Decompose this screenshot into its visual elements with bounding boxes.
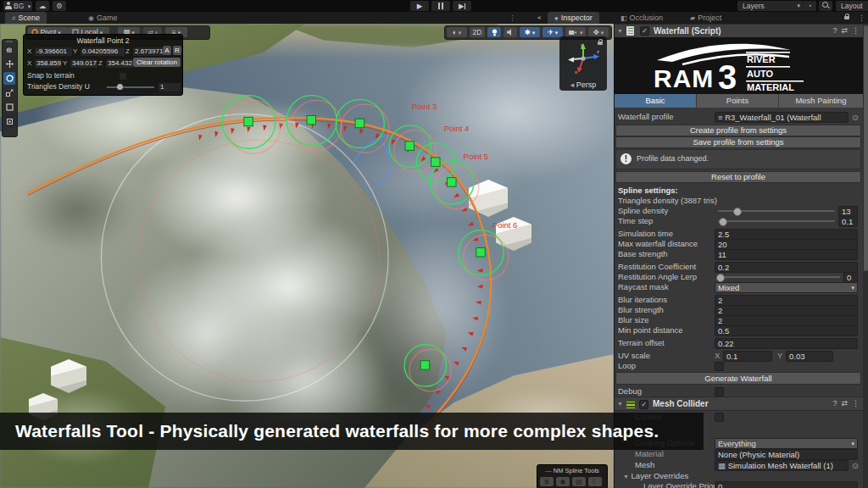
waterfall-profile-field[interactable]: ≡ R3_Waterfall_01 (Waterfall Profile) <box>715 112 849 123</box>
mesh-collider-header[interactable]: ▼ ✓ Mesh Collider ?⇄⋮ <box>615 396 868 411</box>
object-picker-icon[interactable]: ⊙ <box>852 113 859 123</box>
preset-icon: ⇄ <box>841 26 852 35</box>
enabled-checkbox[interactable]: ✓ <box>639 400 648 409</box>
tab-inspector[interactable]: ●Inspector <box>548 12 599 24</box>
waterfall-component-header[interactable]: ▼ ✓ Waterfall (Script) ?⇄⋮ <box>615 24 868 38</box>
layer-override-priority-field[interactable]: 0 <box>715 481 858 488</box>
history-button[interactable]: ◔ <box>803 1 816 11</box>
align-button[interactable]: A <box>163 46 171 55</box>
tab-points[interactable]: Points <box>697 94 778 108</box>
triangles-density-value[interactable]: 1 <box>158 82 181 92</box>
tab-scroll-left-icon[interactable]: ◄ <box>529 12 548 24</box>
layers-dropdown[interactable]: Layers ▾ <box>737 1 804 11</box>
scale-tool[interactable] <box>3 86 15 99</box>
move-tool[interactable] <box>3 58 15 70</box>
position-x-field[interactable]: -9.396601 <box>34 47 73 57</box>
search-icon <box>822 2 830 9</box>
tab-scene[interactable]: #Scene <box>5 12 47 24</box>
svg-text:AUTO: AUTO <box>747 69 773 79</box>
drag-handle[interactable] <box>6 41 13 42</box>
hand-tool[interactable] <box>3 43 15 56</box>
header-icons[interactable]: ?⇄⋮ <box>832 25 864 37</box>
rect-tool[interactable] <box>3 101 15 114</box>
save-profile-button[interactable]: Save profile from settings <box>615 136 861 148</box>
rotation-z-field[interactable]: 354.432 <box>105 58 134 69</box>
visibility-tool-button[interactable]: ◉ <box>556 477 570 486</box>
triangles-density-slider[interactable] <box>107 86 154 88</box>
cooking-options-dropdown[interactable]: Everything ▾ <box>715 438 858 449</box>
tab-game[interactable]: ◉Game <box>81 12 125 24</box>
time-step-slider[interactable] <box>718 220 835 222</box>
search-button[interactable] <box>819 1 832 11</box>
time-step-value[interactable]: 0.1 <box>838 216 858 227</box>
component-title: Waterfall (Script) <box>654 25 721 37</box>
kebab-icon: ⋮ <box>852 26 864 35</box>
raycast-mask-dropdown[interactable]: Mixed ▾ <box>715 282 858 293</box>
position-z-field[interactable]: 2.673971 <box>132 47 164 57</box>
spline-tool-button[interactable]: S <box>540 477 554 486</box>
rotate-tool[interactable] <box>3 72 15 85</box>
export-tool-button[interactable]: ▤ <box>572 477 586 486</box>
spline-density-slider[interactable] <box>718 210 835 212</box>
position-y-field[interactable]: 0.04205596 <box>80 47 125 57</box>
effects-dropdown[interactable]: ✱▾ <box>520 27 540 37</box>
generate-waterfall-button[interactable]: Generate Waterfall <box>615 372 861 385</box>
pause-icon <box>438 3 444 9</box>
settings-button[interactable]: ⚙ <box>53 1 66 11</box>
lighting-toggle[interactable] <box>487 27 501 37</box>
min-point-distance-field[interactable]: 0.5 <box>715 325 858 336</box>
tab-basic[interactable]: Basic <box>615 94 696 108</box>
curve-tool-button[interactable]: ☾ <box>588 477 602 486</box>
terrain-offset-field[interactable]: 0.22 <box>715 338 858 349</box>
foldout-icon[interactable]: ▼ <box>617 25 623 37</box>
enabled-checkbox[interactable]: ✓ <box>640 26 649 36</box>
object-picker-icon[interactable]: ⊙ <box>852 461 859 471</box>
restitution-angle-slider[interactable] <box>718 276 840 278</box>
create-profile-button[interactable]: Create profile from settings <box>615 125 861 136</box>
2d-toggle[interactable]: 2D <box>470 27 485 37</box>
help-icon: ? <box>832 399 841 408</box>
rotation-y-field[interactable]: 349.017 <box>70 58 98 69</box>
tab-mesh-painting[interactable]: Mesh Painting <box>779 94 863 108</box>
transform-tool[interactable] <box>3 115 15 128</box>
reset-button[interactable]: R <box>173 46 181 55</box>
layout-dropdown[interactable]: Layout <box>836 1 868 11</box>
tab-project[interactable]: ▰Project <box>683 12 728 24</box>
orientation-gizmo[interactable]: y z x ◂ Persp <box>559 36 607 91</box>
pause-button[interactable] <box>431 1 450 11</box>
effects-icon: ✱ <box>525 28 531 36</box>
account-button[interactable]: BG ▾ <box>3 1 32 11</box>
mesh-field[interactable]: ▦ Simulation Mesh Waterfall (1) <box>715 460 849 471</box>
play-button[interactable]: ▶ <box>410 1 429 11</box>
header-icons[interactable]: ?⇄⋮ <box>832 397 864 410</box>
debug-checkbox[interactable] <box>715 387 724 396</box>
inspector-scrollbar[interactable] <box>863 24 868 488</box>
reset-profile-button[interactable]: Reset to profile <box>615 171 861 183</box>
tab-strip: #Scene ◉Game ⋮ ◄ ●Inspector ◧Occlusion ▰… <box>0 12 868 25</box>
unity-editor-window: BG ▾ ☁ ⚙ ▶ ▶ ◔ Layers ▾ Layout #Scene ◉G… <box>0 0 868 488</box>
point-label: Point 4 <box>444 124 470 133</box>
persp-label[interactable]: ◂ Persp <box>559 80 607 89</box>
cloud-services-button[interactable]: ☁ <box>36 1 49 11</box>
loop-checkbox[interactable] <box>715 362 724 371</box>
tab-occlusion[interactable]: ◧Occlusion <box>614 12 670 24</box>
step-button[interactable]: ▶ <box>453 1 471 11</box>
clear-rotation-button[interactable]: Clear rotation <box>133 58 181 67</box>
pane-menu-icon[interactable]: ⋮ <box>502 12 523 24</box>
flow-arrows <box>198 123 483 424</box>
foldout-icon[interactable]: ▼ <box>617 397 623 410</box>
svg-text:y: y <box>581 42 583 47</box>
material-field[interactable]: None (Physic Material) <box>715 449 858 460</box>
point-label: Point 6 <box>492 220 518 230</box>
uv-scale-row: UV scale X 0.1 Y 0.03 <box>618 351 860 361</box>
foldout-icon[interactable]: ▼ <box>623 474 629 480</box>
snap-to-terrain-checkbox[interactable] <box>119 72 127 80</box>
waterfall-profile-label: Waterfall profile <box>618 112 674 121</box>
base-strength-field[interactable]: 11 <box>715 249 858 260</box>
rotation-x-field[interactable]: 358.859 <box>34 58 63 69</box>
convex-checkbox[interactable] <box>715 413 724 422</box>
overlay-visibility-dropdown[interactable]: ✈▾ <box>542 27 563 37</box>
audio-toggle[interactable] <box>504 27 517 37</box>
inspector-menu-icon[interactable]: ⋮ <box>851 12 868 24</box>
shading-mode-dropdown[interactable]: ◐▾ <box>447 27 467 37</box>
